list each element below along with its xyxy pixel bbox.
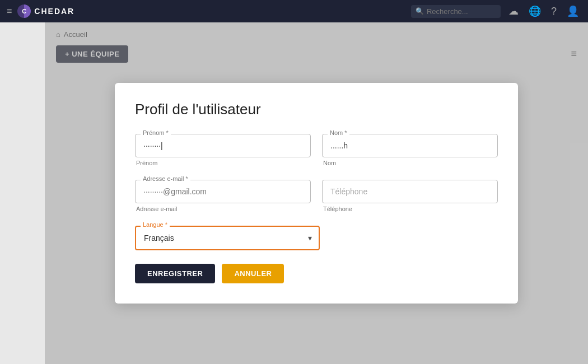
logo-text: CHEDAR bbox=[34, 7, 74, 16]
user-icon[interactable]: 👤 bbox=[564, 5, 581, 17]
form-row-contact: Adresse e-mail * Adresse e-mail Téléphon… bbox=[135, 180, 498, 212]
langue-select[interactable]: Français English Español Deutsch bbox=[136, 227, 319, 249]
globe-icon[interactable]: 🌐 bbox=[526, 5, 543, 17]
search-icon: 🔍 bbox=[416, 7, 424, 15]
help-icon[interactable]: ? bbox=[549, 6, 559, 17]
langue-field: Langue * Français English Español Deutsc… bbox=[135, 226, 320, 250]
modal-overlay: Profil de l'utilisateur Prénom * Prénom … bbox=[45, 22, 588, 364]
navbar: ≡ C CHEDAR 🔍 ☁ 🌐 ? 👤 bbox=[0, 0, 588, 22]
menu-icon[interactable]: ≡ bbox=[7, 6, 12, 16]
search-input[interactable] bbox=[411, 5, 501, 18]
search-wrap: 🔍 bbox=[411, 5, 501, 18]
modal-title: Profil de l'utilisateur bbox=[135, 101, 498, 118]
prenom-field: Prénom * Prénom bbox=[135, 134, 311, 166]
nom-field: Nom * Nom bbox=[322, 134, 498, 166]
form-row-name: Prénom * Prénom Nom * Nom bbox=[135, 134, 498, 166]
nom-label: Nom * bbox=[328, 129, 349, 136]
email-helper: Adresse e-mail bbox=[135, 206, 311, 212]
logo: C CHEDAR bbox=[17, 4, 74, 18]
telephone-field: Téléphone bbox=[322, 180, 498, 212]
content-panel: ⌂ Accueil + UNE ÉQUIPE ≡ Profil de l'uti… bbox=[45, 22, 588, 364]
prenom-helper: Prénom bbox=[135, 160, 311, 166]
email-input[interactable] bbox=[135, 180, 311, 203]
prenom-input[interactable] bbox=[135, 134, 311, 157]
upload-icon[interactable]: ☁ bbox=[506, 5, 521, 17]
langue-select-wrapper: Français English Español Deutsch ▾ bbox=[135, 226, 320, 250]
email-field: Adresse e-mail * Adresse e-mail bbox=[135, 180, 311, 212]
modal: Profil de l'utilisateur Prénom * Prénom … bbox=[115, 83, 518, 304]
telephone-helper: Téléphone bbox=[322, 206, 498, 212]
email-label: Adresse e-mail * bbox=[141, 175, 190, 182]
nom-input[interactable] bbox=[322, 134, 498, 157]
cancel-button[interactable]: ANNULER bbox=[222, 264, 284, 283]
telephone-input[interactable] bbox=[322, 180, 498, 203]
prenom-label: Prénom * bbox=[141, 129, 171, 136]
form-buttons: ENREGISTRER ANNULER bbox=[135, 264, 498, 283]
logo-icon: C bbox=[17, 4, 31, 18]
form-row-langue: Langue * Français English Español Deutsc… bbox=[135, 226, 498, 250]
save-button[interactable]: ENREGISTRER bbox=[135, 264, 215, 283]
main-content: ⌂ Accueil + UNE ÉQUIPE ≡ Profil de l'uti… bbox=[0, 22, 588, 364]
langue-label: Langue * bbox=[141, 221, 170, 228]
nom-helper: Nom bbox=[322, 160, 498, 166]
